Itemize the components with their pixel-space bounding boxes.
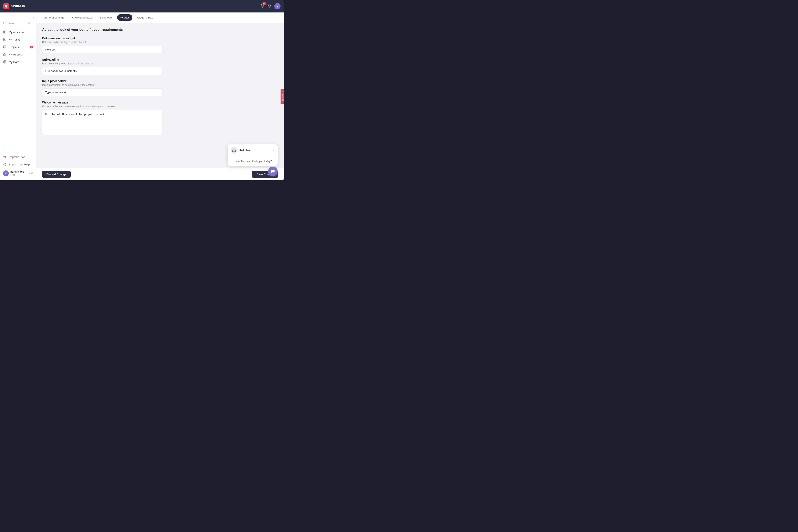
- bot-name-label: Bot name on the widget: [42, 37, 278, 40]
- svg-rect-15: [3, 54, 6, 56]
- user-plan: Free: [11, 173, 26, 176]
- bots-icon: [3, 53, 7, 56]
- sidebar-nav: My Assistant My Tasks Projec: [0, 27, 36, 67]
- sidebar-item-label-projects: Projects: [9, 45, 19, 49]
- user-actions: ∨ ⚙: [28, 172, 33, 175]
- sidebar-top: « Search ... ⌘+K My Assistant: [0, 13, 36, 151]
- input-placeholder-label: Input placeholder: [42, 79, 278, 83]
- sidebar-item-projects[interactable]: Projects 2: [0, 43, 36, 51]
- tab-widget-inbox[interactable]: Widget inbox: [133, 14, 156, 21]
- input-placeholder-input[interactable]: [42, 89, 163, 96]
- sidebar: « Search ... ⌘+K My Assistant: [0, 13, 36, 180]
- app-logo: [3, 3, 9, 9]
- svg-point-0: [268, 5, 270, 7]
- sidebar-item-label-my-ai-bots: My AI bots: [9, 53, 22, 56]
- topbar: Swiftask 54 K: [0, 0, 284, 13]
- upgrade-icon: [3, 155, 7, 159]
- data-icon: [3, 60, 7, 64]
- chat-fab-icon: [270, 169, 275, 174]
- tabs-bar: General settings Knowledge base Develope…: [36, 13, 284, 23]
- subheading-label: SubHeading: [42, 58, 278, 61]
- form-section-bot-name: Bot name on the widget Bot name to be di…: [42, 37, 278, 53]
- form-title: Adjust the look of your bot to fit your …: [42, 28, 278, 32]
- sidebar-item-my-tasks[interactable]: My Tasks: [0, 36, 36, 43]
- svg-marker-19: [3, 156, 6, 158]
- welcome-message-label: Welcome message: [42, 101, 278, 104]
- chat-bot-icon: 🤖: [231, 147, 237, 154]
- welcome-message-textarea[interactable]: Hi there! How can I help you today?: [42, 110, 163, 135]
- support-and-help-label: Support and Help: [9, 163, 30, 166]
- chat-widget-bot-name: Polti bot: [240, 149, 271, 152]
- user-avatar-topbar[interactable]: K: [274, 3, 281, 10]
- svg-line-10: [5, 24, 6, 24]
- search-text: Search ...: [7, 22, 26, 25]
- sidebar-item-label-my-data: My Data: [9, 60, 19, 63]
- main-layout: « Search ... ⌘+K My Assistant: [0, 13, 284, 180]
- form-section-subheading: SubHeading Bot subHeading to be displaye…: [42, 58, 278, 75]
- notification-badge: 54: [263, 2, 266, 5]
- chat-widget-body: Hi there! How can I help you today?: [228, 156, 278, 166]
- chat-widget-close-button[interactable]: ×: [273, 149, 275, 152]
- form-section-welcome-message: Welcome message Customize the welcome me…: [42, 101, 278, 136]
- tab-knowledge-base[interactable]: Knowledge base: [69, 14, 96, 21]
- projects-badge: 2: [30, 46, 33, 49]
- sidebar-item-my-data[interactable]: My Data: [0, 58, 36, 66]
- chat-widget-header: 🤖 Polti bot ×: [228, 145, 278, 156]
- content-wrapper: General settings Knowledge base Develope…: [36, 13, 284, 180]
- bot-name-input[interactable]: [42, 46, 163, 53]
- user-dropdown-icon[interactable]: ∨: [28, 172, 30, 175]
- feedback-tab[interactable]: Feedback: [281, 89, 284, 104]
- assistant-icon: [3, 30, 7, 34]
- sidebar-item-my-assistant[interactable]: My Assistant: [0, 28, 36, 36]
- search-bar[interactable]: Search ... ⌘+K: [0, 20, 36, 27]
- weather-icon[interactable]: [267, 3, 272, 9]
- upgrade-plan-label: Upgrade Plan: [9, 155, 25, 158]
- chat-fab-button[interactable]: [268, 167, 278, 176]
- tab-developer[interactable]: Developer: [97, 14, 116, 21]
- topbar-left: Swiftask: [3, 3, 25, 9]
- sidebar-item-support-and-help[interactable]: Support and Help: [0, 160, 36, 168]
- user-section[interactable]: K Karen's Wo Free ∨ ⚙: [0, 168, 36, 178]
- input-placeholder-sublabel: Input placeholder to be displayed in the…: [42, 83, 278, 87]
- topbar-right: 54 K: [260, 3, 281, 10]
- tab-widget[interactable]: Widget: [117, 14, 132, 21]
- sidebar-item-my-ai-bots[interactable]: My AI bots: [0, 51, 36, 58]
- support-icon: [3, 163, 7, 166]
- chat-widget-popup: 🤖 Polti bot × Hi there! How can I help y…: [228, 145, 278, 166]
- bottom-bar: Discard Change Save Change: [36, 168, 284, 180]
- user-avatar-sidebar: K: [3, 170, 9, 176]
- subheading-input[interactable]: [42, 67, 163, 75]
- svg-point-9: [3, 22, 5, 24]
- bot-name-sublabel: Bot name to be displayed in the chatbot: [42, 41, 278, 44]
- sidebar-item-label-my-tasks: My Tasks: [9, 38, 20, 41]
- search-shortcut: ⌘+K: [28, 22, 33, 24]
- form-section-input-placeholder: Input placeholder Input placeholder to b…: [42, 79, 278, 96]
- collapse-icon[interactable]: «: [33, 16, 34, 19]
- user-settings-icon[interactable]: ⚙: [31, 172, 33, 175]
- projects-icon: [3, 45, 7, 49]
- tasks-icon: [3, 38, 7, 41]
- sidebar-item-upgrade-plan[interactable]: Upgrade Plan: [0, 153, 36, 160]
- user-info: Karen's Wo Free: [11, 171, 26, 176]
- sidebar-item-label-my-assistant: My Assistant: [9, 31, 24, 34]
- app-title: Swiftask: [11, 4, 25, 8]
- user-name: Karen's Wo: [11, 171, 26, 173]
- chat-widget-message: Hi there! How can I help you today?: [231, 160, 272, 163]
- tab-general-settings[interactable]: General settings: [40, 14, 68, 21]
- discard-change-button[interactable]: Discard Change: [42, 171, 71, 178]
- subheading-sublabel: Bot subHeading to be displayed in the ch…: [42, 62, 278, 65]
- svg-point-18: [3, 60, 6, 61]
- sidebar-bottom: Upgrade Plan Support and Help K Karen's …: [0, 151, 36, 180]
- svg-rect-12: [3, 46, 6, 48]
- notifications-icon[interactable]: 54: [260, 3, 265, 9]
- search-icon: [3, 22, 6, 25]
- welcome-message-sublabel: Customize the welcome message that is sh…: [42, 105, 278, 108]
- sidebar-collapse[interactable]: «: [0, 15, 36, 20]
